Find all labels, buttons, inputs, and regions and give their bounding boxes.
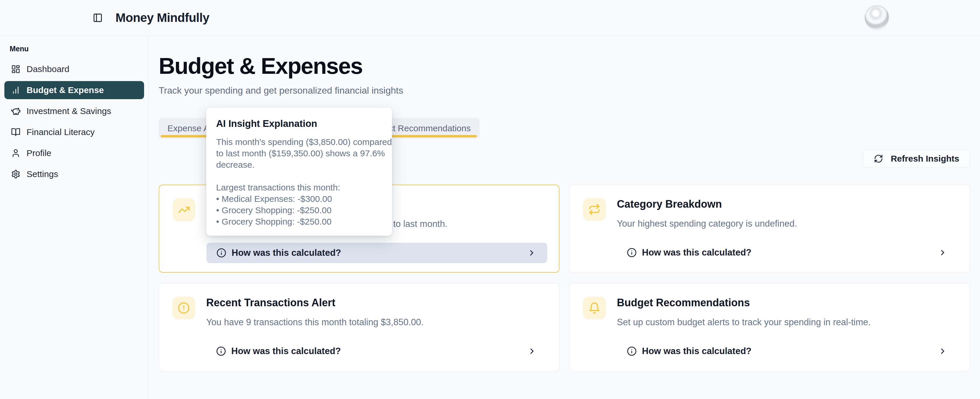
sidebar: Menu Dashboard Budget & Expense xyxy=(0,36,149,399)
page-title: Budget & Expenses xyxy=(159,54,970,78)
popover-line: to last month ($159,350.00) shows a 97.6… xyxy=(216,148,382,159)
sidebar-item-dashboard[interactable]: Dashboard xyxy=(5,60,144,78)
refresh-icon xyxy=(874,154,883,163)
how-calculated-link[interactable]: How was this calculated? xyxy=(617,341,958,361)
refresh-insights-label: Refresh Insights xyxy=(891,154,959,164)
piggy-bank-icon xyxy=(11,106,21,116)
sidebar-item-settings[interactable]: Settings xyxy=(5,165,144,183)
app-header: Money Mindfully xyxy=(0,0,980,36)
book-open-icon xyxy=(11,127,21,137)
how-calculated-label: How was this calculated? xyxy=(642,247,752,258)
gear-icon xyxy=(11,169,21,179)
info-icon xyxy=(216,248,226,258)
chevron-right-icon xyxy=(527,248,536,257)
sidebar-item-label: Settings xyxy=(27,169,58,179)
bell-icon xyxy=(583,297,606,320)
chevron-right-icon xyxy=(938,347,947,356)
info-icon xyxy=(216,346,226,356)
popover-title: AI Insight Explanation xyxy=(216,118,382,129)
popover-line: decrease. xyxy=(216,159,382,170)
sidebar-item-label: Profile xyxy=(27,148,51,158)
card-title: Category Breakdown xyxy=(617,198,958,210)
sidebar-item-budget-expense[interactable]: Budget & Expense xyxy=(5,81,144,99)
popover-line: • Medical Expenses: -$300.00 xyxy=(216,193,382,205)
sidebar-toggle-button[interactable] xyxy=(93,13,103,23)
bar-chart-icon xyxy=(11,85,21,95)
how-calculated-link[interactable]: How was this calculated? xyxy=(206,341,547,361)
sidebar-item-investment-savings[interactable]: Investment & Savings xyxy=(5,102,144,120)
card-description: Set up custom budget alerts to track you… xyxy=(617,317,958,327)
how-calculated-label: How was this calculated? xyxy=(231,346,341,356)
info-icon xyxy=(627,248,637,258)
popover-body: This month's spending ($3,850.00) compar… xyxy=(216,136,382,227)
layout-dashboard-icon xyxy=(11,64,21,74)
sidebar-item-label: Dashboard xyxy=(27,64,69,74)
app-title: Money Mindfully xyxy=(116,11,209,25)
info-icon xyxy=(627,346,637,356)
repeat-icon xyxy=(583,198,606,221)
panel-left-icon xyxy=(93,13,103,23)
budget-recommendations-card: Budget Recommendations Set up custom bud… xyxy=(570,283,970,371)
popover-line xyxy=(216,170,382,182)
user-icon xyxy=(11,148,21,158)
sidebar-nav: Dashboard Budget & Expense Investment & … xyxy=(5,60,144,183)
card-description: You have 9 transactions this month total… xyxy=(206,317,547,327)
sidebar-item-financial-literacy[interactable]: Financial Literacy xyxy=(5,123,144,141)
popover-line: This month's spending ($3,850.00) compar… xyxy=(216,136,382,148)
card-title: Budget Recommendations xyxy=(617,297,958,309)
how-calculated-link[interactable]: How was this calculated? xyxy=(617,242,958,263)
refresh-insights-button[interactable]: Refresh Insights xyxy=(863,149,970,168)
popover-line: • Grocery Shopping: -$250.00 xyxy=(216,205,382,216)
sidebar-item-label: Budget & Expense xyxy=(27,85,104,95)
sidebar-item-label: Financial Literacy xyxy=(27,127,94,137)
trending-up-icon xyxy=(173,198,196,221)
how-calculated-link[interactable]: How was this calculated? xyxy=(207,243,547,263)
card-description: Your highest spending category is undefi… xyxy=(617,218,958,229)
sidebar-section-label: Menu xyxy=(10,45,144,53)
user-avatar[interactable] xyxy=(865,5,889,29)
sidebar-item-label: Investment & Savings xyxy=(27,106,111,116)
alert-circle-icon xyxy=(172,297,195,320)
chevron-right-icon xyxy=(938,248,947,257)
ai-insight-popover: AI Insight Explanation This month's spen… xyxy=(206,108,392,236)
how-calculated-label: How was this calculated? xyxy=(642,346,752,356)
popover-line: Largest transactions this month: xyxy=(216,182,382,193)
card-title: Recent Transactions Alert xyxy=(206,297,547,309)
popover-line: • Grocery Shopping: -$250.00 xyxy=(216,216,382,227)
chevron-right-icon xyxy=(528,347,536,356)
sidebar-item-profile[interactable]: Profile xyxy=(5,144,144,162)
recent-transactions-card: Recent Transactions Alert You have 9 tra… xyxy=(159,283,559,371)
category-breakdown-card: Category Breakdown Your highest spending… xyxy=(570,184,970,273)
how-calculated-label: How was this calculated? xyxy=(232,248,341,258)
page-subtitle: Track your spending and get personalized… xyxy=(159,85,970,96)
